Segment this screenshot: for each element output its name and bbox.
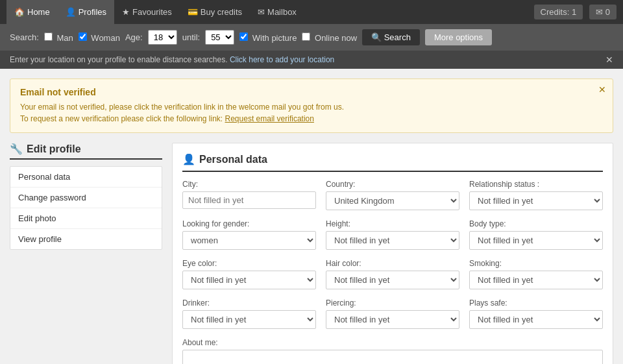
- sidebar-title: 🔧 Edit profile: [10, 143, 162, 160]
- wrench-icon: 🔧: [10, 143, 23, 155]
- form-row-3: Eye color: Not filled in yet BlueBrownGr…: [182, 259, 603, 289]
- nav-favourites[interactable]: ★ Favourites: [114, 0, 180, 24]
- form-row-1: City: Country: United Kingdom United Sta…: [182, 180, 603, 210]
- nav-home[interactable]: 🏠 Home: [6, 0, 58, 24]
- sidebar-item-view-profile[interactable]: View profile: [10, 229, 162, 249]
- plays-safe-label: Plays safe:: [469, 298, 603, 308]
- eye-color-group: Eye color: Not filled in yet BlueBrownGr…: [182, 259, 316, 289]
- credits-badge: Credits: 1: [534, 5, 583, 19]
- hair-color-select[interactable]: Not filled in yet BlackBlondeBrown RedGr…: [326, 271, 459, 289]
- nav-mailbox[interactable]: ✉ Mailbox: [250, 0, 304, 24]
- hair-color-group: Hair color: Not filled in yet BlackBlond…: [326, 259, 459, 289]
- search-bar: Search: Man Woman Age: 18192025 30354045…: [0, 24, 623, 51]
- drinker-select[interactable]: Not filled in yet NoOccasionallyYes: [182, 310, 316, 329]
- until-label: until:: [182, 32, 200, 42]
- height-label: Height:: [326, 219, 459, 228]
- height-select[interactable]: Not filled in yet 150cm155cm160cm 165cm1…: [326, 231, 459, 250]
- plays-safe-select[interactable]: Not filled in yet NoYes: [469, 310, 603, 329]
- profile-form: 👤 Personal data City: Country: United Ki…: [172, 143, 613, 364]
- smoking-label: Smoking:: [469, 259, 603, 268]
- search-button[interactable]: 🔍 Search: [362, 29, 420, 45]
- mailbox-count-badge: ✉ 0: [589, 5, 617, 19]
- form-row-2: Looking for gender: women men both Heigh…: [182, 219, 603, 250]
- sidebar-item-change-password[interactable]: Change password: [10, 188, 162, 208]
- request-verification-link[interactable]: Request email verification: [225, 114, 314, 123]
- form-title: 👤 Personal data: [182, 153, 603, 172]
- city-input[interactable]: [182, 191, 316, 209]
- drinker-group: Drinker: Not filled in yet NoOccasionall…: [182, 298, 316, 329]
- email-notice: Email not verified Your email is not ver…: [10, 79, 613, 133]
- favourites-icon: ★: [122, 7, 130, 17]
- user-icon: 👤: [182, 153, 195, 165]
- with-picture-checkbox[interactable]: [239, 32, 248, 41]
- main-content: 🔧 Edit profile Personal data Change pass…: [10, 143, 613, 364]
- city-label: City:: [182, 180, 316, 189]
- looking-gender-group: Looking for gender: women men both: [182, 219, 316, 250]
- relationship-select[interactable]: Not filled in yet Single In a relationsh…: [469, 191, 603, 210]
- sidebar-item-personal-data[interactable]: Personal data: [10, 167, 162, 188]
- man-checkbox[interactable]: [44, 32, 53, 41]
- smoking-group: Smoking: Not filled in yet NoOccasionall…: [469, 259, 603, 289]
- sidebar-menu: Personal data Change password Edit photo…: [10, 166, 162, 250]
- email-notice-close[interactable]: ✕: [598, 84, 606, 95]
- online-now-label: Online now: [302, 32, 357, 43]
- search-icon: 🔍: [371, 32, 382, 42]
- age-from-select[interactable]: 18192025 30354045 5055: [148, 30, 177, 45]
- smoking-select[interactable]: Not filled in yet NoOccasionallyYes: [469, 271, 603, 289]
- body-type-group: Body type: Not filled in yet SlimAthleti…: [469, 219, 603, 250]
- body-type-select[interactable]: Not filled in yet SlimAthleticAverage A …: [469, 231, 603, 250]
- about-me-textarea[interactable]: [182, 350, 603, 364]
- about-me-label: About me:: [182, 338, 603, 347]
- home-icon: 🏠: [14, 7, 25, 17]
- profiles-icon: 👤: [66, 7, 76, 17]
- form-row-4: Drinker: Not filled in yet NoOccasionall…: [182, 298, 603, 329]
- piercing-label: Piercing:: [326, 298, 459, 308]
- plays-safe-group: Plays safe: Not filled in yet NoYes: [469, 298, 603, 329]
- nav-profiles[interactable]: 👤 Profiles: [58, 0, 114, 24]
- hair-color-label: Hair color:: [326, 259, 459, 268]
- height-group: Height: Not filled in yet 150cm155cm160c…: [326, 219, 459, 250]
- more-options-button[interactable]: More options: [425, 29, 492, 45]
- location-notice: Enter your location on your profile to e…: [0, 51, 623, 69]
- country-select[interactable]: United Kingdom United States Germany Fra…: [326, 191, 459, 210]
- age-label: Age:: [125, 32, 143, 42]
- sidebar: 🔧 Edit profile Personal data Change pass…: [10, 143, 162, 364]
- about-me-group: About me:: [182, 338, 603, 364]
- drinker-label: Drinker:: [182, 298, 316, 308]
- online-now-checkbox[interactable]: [302, 32, 310, 41]
- email-notice-line1: Your email is not verified, please click…: [20, 101, 603, 113]
- eye-color-select[interactable]: Not filled in yet BlueBrownGreen GreyHaz…: [182, 271, 316, 289]
- credits-icon: 💳: [188, 7, 198, 17]
- looking-gender-select[interactable]: women men both: [182, 231, 316, 250]
- relationship-group: Relationship status : Not filled in yet …: [469, 180, 603, 210]
- city-group: City:: [182, 180, 316, 210]
- email-notice-line2: To request a new verification please cli…: [20, 113, 603, 125]
- nav-right-section: Credits: 1 ✉ 0: [534, 5, 617, 19]
- email-notice-title: Email not verified: [20, 87, 603, 97]
- piercing-select[interactable]: Not filled in yet NoYes: [326, 310, 459, 329]
- piercing-group: Piercing: Not filled in yet NoYes: [326, 298, 459, 329]
- search-label: Search:: [10, 32, 39, 42]
- mailbox-icon: ✉: [258, 7, 265, 17]
- woman-checkbox[interactable]: [79, 32, 87, 41]
- location-notice-close[interactable]: ✕: [605, 55, 613, 65]
- top-navigation: 🏠 Home 👤 Profiles ★ Favourites 💳 Buy cre…: [0, 0, 623, 24]
- country-label: Country:: [326, 180, 459, 189]
- eye-color-label: Eye color:: [182, 259, 316, 268]
- man-checkbox-label: Man: [44, 32, 73, 43]
- body-type-label: Body type:: [469, 219, 603, 228]
- woman-checkbox-label: Woman: [79, 32, 120, 43]
- country-group: Country: United Kingdom United States Ge…: [326, 180, 459, 210]
- looking-gender-label: Looking for gender:: [182, 219, 316, 228]
- nav-buy-credits[interactable]: 💳 Buy credits: [180, 0, 250, 24]
- with-picture-label: With picture: [239, 32, 297, 43]
- relationship-label: Relationship status :: [469, 180, 603, 189]
- age-to-select[interactable]: 18202530 35404550 556065: [205, 30, 234, 45]
- location-notice-text: Enter your location on your profile to e…: [10, 55, 228, 64]
- sidebar-item-edit-photo[interactable]: Edit photo: [10, 208, 162, 229]
- add-location-link[interactable]: Click here to add your location: [230, 55, 334, 64]
